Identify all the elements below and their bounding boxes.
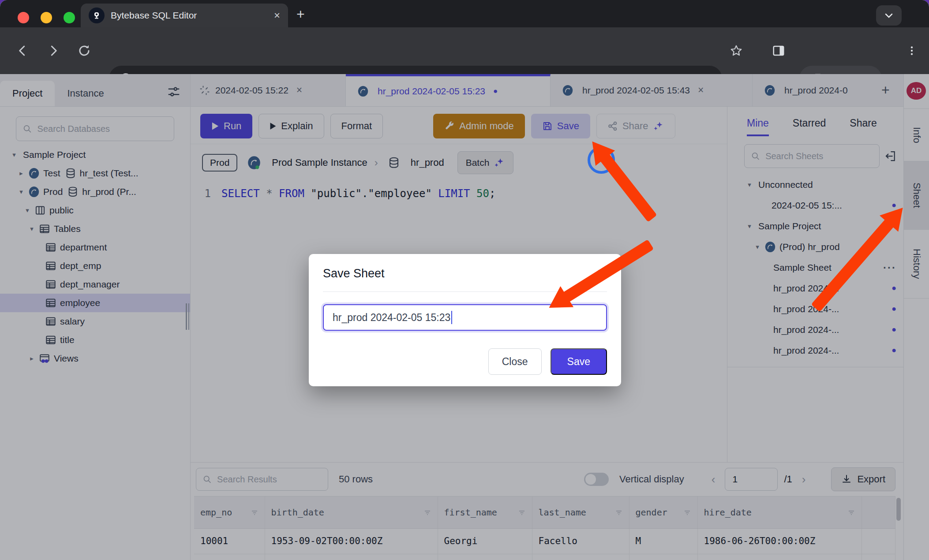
browser-tab[interactable]: Bytebase SQL Editor × [81,4,288,27]
save-sheet-modal: Save Sheet ✕ hr_prod 2024-02-05 15:23 Cl… [309,254,621,386]
chevron-down-icon [884,10,894,21]
bookmark-star-icon[interactable] [726,41,746,61]
browser-window: Bytebase SQL Editor × + localhost:8080/s… [0,0,929,560]
side-panel-icon[interactable] [768,41,789,61]
bytebase-logo-icon [89,7,105,23]
text-caret [451,311,452,324]
browser-navbar: localhost:8080/sql-editor/prod-sample-in… [0,27,929,74]
window-minimize-button[interactable] [41,12,52,23]
back-button[interactable] [12,41,33,61]
tab-close-icon[interactable]: × [274,9,280,22]
modal-save-button[interactable]: Save [551,348,607,375]
modal-title: Save Sheet [323,267,385,280]
new-tab-button[interactable]: + [296,10,305,19]
browser-menu-icon[interactable] [902,41,922,61]
reload-button[interactable] [74,41,94,61]
forward-button[interactable] [43,41,64,61]
modal-close-button[interactable]: Close [488,348,542,375]
tab-search-button[interactable] [876,5,902,26]
browser-tab-title: Bytebase SQL Editor [111,10,268,21]
window-zoom-button[interactable] [64,12,75,23]
window-close-button[interactable] [18,12,29,23]
browser-titlebar: Bytebase SQL Editor × + [0,0,929,27]
